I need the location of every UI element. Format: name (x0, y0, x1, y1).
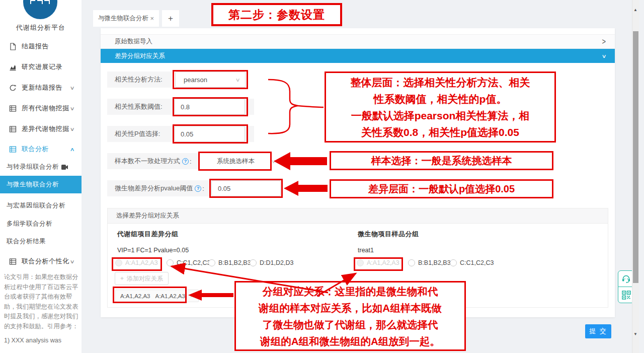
radio-microbiome-group-a[interactable]: A:A1,A2,A3 (357, 258, 399, 267)
panel-diff-group-relation[interactable]: 差异分组对应关系 ∨ (101, 49, 615, 63)
scrollbar-down-arrow[interactable]: ▼ (632, 332, 639, 336)
microbe-pvalue-input[interactable] (211, 180, 281, 196)
radio-label: B:B1,B2,B3 (418, 259, 451, 266)
table-icon (9, 125, 17, 133)
citation-line: 台或者获得了其他有效帮 (4, 292, 79, 302)
tab-label: 与微生物联合分析 (98, 14, 148, 23)
radio-metabolome-group-b[interactable]: B:B1,B2,B3 (208, 258, 251, 267)
table-icon (9, 146, 17, 153)
radio-metabolome-group-d[interactable]: D:D1,D2,D3 (250, 258, 293, 267)
sample-mismatch-select[interactable]: 系统挑选样本 ∨ (200, 153, 281, 169)
annotation-line: 谢组的A组和微生物组的A组放到一起。 (236, 333, 464, 349)
form-row-correlation-method: 相关性分析方法: (107, 72, 172, 88)
metabolome-group-title: 代谢组项目差异分组 (117, 230, 179, 239)
chevron-down-icon: ∨ (69, 126, 74, 132)
citation-line: 的支持和鼓励。引用参考： (4, 322, 79, 332)
group-mapping-header: 选择差异分组对应关系 (108, 208, 608, 224)
metabolome-group-subtitle: VIP=1 FC=1 Pvalue=0.05 (117, 247, 189, 254)
radio-metabolome-group-c[interactable]: C:C1,C2,C3 (167, 258, 210, 267)
radio-metabolome-group-a[interactable]: A:A1,A2,A3 (115, 258, 158, 267)
panel-raw-data-import[interactable]: 原始数据导入 > (101, 34, 615, 49)
tab-close-icon[interactable]: × (150, 15, 154, 22)
sidebar-item-personalization[interactable]: 联合分析个性化 ∨ (0, 255, 82, 267)
logo-mark-icon (30, 0, 51, 5)
citation-line: 助，我们期望您在论文发表 (4, 302, 79, 312)
chevron-right-icon: > (602, 37, 606, 47)
help-icon[interactable]: ? (195, 185, 201, 192)
group-mapping-header-label: 选择差异分组对应关系 (116, 211, 179, 220)
sidebar-item-joint-analysis[interactable]: 联合分析 ∧ (0, 143, 82, 155)
sidebar-subitem-results[interactable]: 联合分析结果 (7, 237, 46, 246)
correlation-method-select[interactable]: pearson ∨ (175, 72, 246, 88)
correlation-coefficient-input[interactable] (174, 99, 245, 115)
add-mapping-button[interactable]: + 添加对应关系 (115, 272, 169, 285)
sidebar-subitem-transcriptome[interactable]: 与转录组联合分析 (7, 163, 68, 171)
tab-microbiome-joint-analysis[interactable]: 与微生物联合分析 × (93, 10, 159, 27)
add-tab-button[interactable]: + (162, 10, 179, 27)
tag-close-icon[interactable]: × (190, 293, 194, 300)
chevron-down-icon: ∨ (69, 85, 74, 91)
refresh-icon (9, 84, 17, 92)
submit-button[interactable]: 提 交 (585, 324, 611, 338)
citation-line: 析过程中使用了百迈客云平 (4, 283, 79, 293)
chevron-down-icon: ∨ (69, 259, 74, 264)
radio-microbiome-group-b[interactable]: B:B1,B2,B3 (408, 258, 451, 267)
sidebar: 代谢组分析平台 结题报告 研究进展记录 更新结题报告 ∨ 所有代谢物挖掘 ∨ 差… (0, 0, 82, 353)
radio-label: D:D1,D2,D3 (260, 259, 293, 266)
chevron-up-icon: ∧ (69, 147, 74, 152)
radio-label: A:A1,A2,A3 (125, 259, 158, 266)
sidebar-subitem-multiomics[interactable]: 多组学联合分析 (7, 220, 52, 228)
scrollbar-up-arrow[interactable]: ▲ (632, 8, 639, 12)
sidebar-item-label: 联合分析个性化 (22, 257, 69, 266)
sidebar-item-all-metabolites[interactable]: 所有代谢物挖掘 ∨ (0, 102, 82, 114)
sidebar-item-label: 联合分析 (22, 145, 49, 154)
citation-line: 时提及我们，感谢您对我们 (4, 312, 79, 322)
select-value: 系统挑选样本 (217, 157, 255, 166)
field-label: 相关性分析方法: (107, 75, 163, 84)
sidebar-item-label: 结题报告 (22, 42, 49, 51)
plus-icon: + (120, 275, 124, 282)
radio-label: A:A1,A2,A3 (367, 259, 399, 266)
qr-code-icon (622, 291, 631, 300)
citation-note: 论文引用：如果您在数据分 析过程中使用了百迈客云平 台或者获得了其他有效帮 助，… (4, 272, 79, 346)
radio-label: B:B1,B2,B3 (218, 259, 251, 266)
sidebar-item-progress[interactable]: 研究进展记录 (0, 61, 82, 73)
field-label-colon: : (202, 185, 204, 192)
correlation-pvalue-input[interactable] (174, 126, 245, 142)
chevron-down-icon: ∨ (601, 53, 606, 59)
panel-label: 原始数据导入 (115, 37, 152, 46)
field-label: 样本数不一致处理方式 ? : (107, 157, 192, 166)
sidebar-subitem-microbiome-active[interactable]: 与微生物联合分析 (0, 176, 82, 193)
citation-line: 论文引用：如果您在数据分 (4, 272, 79, 283)
radio-icon (250, 259, 257, 266)
annotation-line: 了微生物也做了代谢组，那么就选择代 (236, 316, 464, 333)
headset-icon (621, 274, 631, 284)
sidebar-subitem-label: 与转录组联合分析 (7, 163, 59, 171)
plus-icon: + (168, 14, 173, 24)
sidebar-item-report[interactable]: 结题报告 (0, 40, 82, 52)
field-label: 相关性系数阈值: (107, 102, 163, 111)
field-label-colon: : (190, 158, 192, 165)
sidebar-subitem-label: 与微生物联合分析 (7, 180, 59, 189)
panel-label: 差异分组对应关系 (115, 52, 165, 60)
scrollbar-thumb[interactable] (633, 31, 638, 283)
chevron-down-icon: ∨ (69, 106, 74, 111)
sidebar-item-diff-metabolites[interactable]: 差异代谢物挖掘 ∨ (0, 123, 82, 135)
chevron-down-icon: ∨ (235, 77, 240, 83)
radio-icon (450, 259, 457, 266)
radio-icon (115, 259, 122, 266)
platform-name: 代谢组分析平台 (0, 23, 82, 32)
field-label: 相关性P值选择: (107, 129, 160, 138)
sidebar-subitem-metagenome[interactable]: 与宏基因组联合分析 (7, 201, 65, 210)
radio-microbiome-group-c[interactable]: C:C1,C2,C3 (450, 258, 494, 267)
table-icon (9, 105, 17, 112)
sidebar-item-update-report[interactable]: 更新结题报告 ∨ (0, 82, 82, 94)
sidebar-item-label: 更新结题报告 (22, 83, 62, 92)
help-icon[interactable]: ? (182, 158, 189, 165)
select-value: pearson (184, 76, 207, 84)
microbiome-group-subtitle: treat1 (358, 247, 374, 254)
field-label-text: 微生物差异分析pvalue阈值 (115, 184, 193, 193)
radio-label: C:C1,C2,C3 (177, 259, 210, 266)
mapping-tag-metabolome: A:A1,A2,A3 (120, 293, 150, 299)
mapping-tag: A:A1,A2,A3 A:A1,A2,A3 × (115, 290, 199, 302)
